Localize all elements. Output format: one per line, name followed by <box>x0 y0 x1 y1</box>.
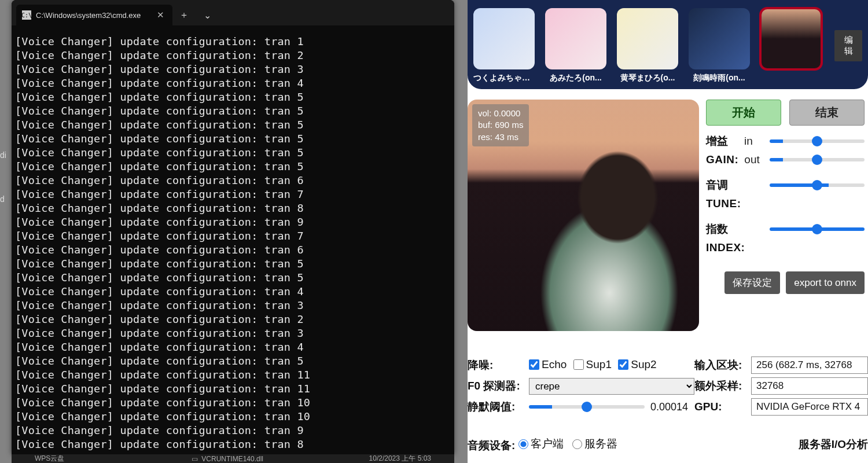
voice-selector-strip: つくよみちゃん... あみたろ(on... 黄琴まひろ(o... 刻鳴時雨(on… <box>468 0 868 89</box>
voice-label: あみたろ(on... <box>545 73 606 83</box>
gain-in-slider[interactable] <box>770 139 865 143</box>
taskbar-file[interactable]: ▭ VCRUNTIME140.dll <box>192 455 263 463</box>
voice-thumb <box>760 8 822 69</box>
new-tab-button[interactable]: ＋ <box>172 5 196 25</box>
client-radio[interactable]: 客户端 <box>518 436 564 451</box>
voice-label: つくよみちゃん... <box>473 73 535 83</box>
index-slider[interactable] <box>770 227 865 231</box>
tab-dropdown-icon[interactable]: ⌄ <box>196 5 219 25</box>
end-button[interactable]: 结束 <box>789 100 865 126</box>
chunk-select[interactable]: 256 (682.7 ms, 32768 <box>751 357 868 374</box>
close-tab-icon[interactable]: ✕ <box>155 10 167 20</box>
background-text: di d <box>0 116 6 238</box>
tune-label-en: TUNE: <box>706 197 741 210</box>
index-label-en: INDEX: <box>706 241 745 254</box>
voice-card-2[interactable]: 黄琴まひろ(o... <box>617 8 678 83</box>
denoise-label: 降噪: <box>468 358 524 373</box>
file-icon: ▭ <box>192 455 198 463</box>
tune-slider[interactable] <box>770 183 865 187</box>
io-analysis-header: 服务器I/O分析 <box>799 437 868 452</box>
audio-device-label: 音频设备: <box>468 439 515 451</box>
tune-label-cn: 音调 <box>706 178 738 193</box>
silence-threshold-slider[interactable] <box>529 405 645 409</box>
silence-label: 静默阈值: <box>468 399 524 414</box>
edit-button[interactable]: 编辑 <box>834 30 862 61</box>
windows-taskbar[interactable]: WPS云盘 ▭ VCRUNTIME140.dll 10/2/2023 上午 5:… <box>12 454 454 463</box>
voice-label: 刻鳴時雨(on... <box>689 73 750 83</box>
echo-checkbox[interactable]: Echo <box>529 358 567 371</box>
hud-res: res: 43 ms <box>478 131 523 143</box>
voice-label: 黄琴まひろ(o... <box>617 73 678 83</box>
sup1-checkbox[interactable]: Sup1 <box>573 358 612 371</box>
terminal-tab[interactable]: C:\ C:\Windows\system32\cmd.exe ✕ <box>16 5 172 25</box>
voice-thumb <box>689 8 750 69</box>
gain-label-en: GAIN: <box>706 153 738 166</box>
controls-panel: 开始 结束 增益 in GAIN: out 音调 TUNE: <box>706 100 868 331</box>
voice-thumb <box>545 8 606 69</box>
sup2-checkbox[interactable]: Sup2 <box>618 358 656 371</box>
terminal-window: C:\ C:\Windows\system32\cmd.exe ✕ ＋ ⌄ [V… <box>12 0 454 454</box>
gain-out-label: out <box>744 153 764 166</box>
export-onnx-button[interactable]: export to onnx <box>786 271 865 294</box>
voice-changer-panel: つくよみちゃん... あみたろ(on... 黄琴まひろ(o... 刻鳴時雨(on… <box>468 0 868 463</box>
gain-out-slider[interactable] <box>770 158 865 161</box>
taskbar-clock: 10/2/2023 上午 5:03 <box>369 454 431 463</box>
voice-card-3[interactable]: 刻鳴時雨(on... <box>689 8 750 83</box>
silence-value: 0.00014 <box>650 401 688 413</box>
voice-card-4-selected[interactable] <box>760 8 822 73</box>
extra-select[interactable]: 32768 <box>751 377 868 395</box>
chunk-label: 输入区块: <box>694 358 746 373</box>
gpu-label: GPU: <box>694 400 746 413</box>
server-radio[interactable]: 服务器 <box>572 436 617 451</box>
extra-label: 额外采样: <box>694 379 746 394</box>
f0-label: F0 探测器: <box>468 379 524 394</box>
portrait-preview: vol: 0.0000 buf: 690 ms res: 43 ms <box>468 100 699 331</box>
parameters-grid: 降噪: Echo Sup1 Sup2 输入区块: 256 (682.7 ms, … <box>468 331 868 453</box>
voice-thumb <box>617 8 678 69</box>
gain-label-cn: 增益 <box>706 134 738 149</box>
gpu-select[interactable]: NVIDIA GeForce RTX 4 <box>751 398 868 416</box>
voice-card-1[interactable]: あみたろ(on... <box>545 8 606 83</box>
hud-buf: buf: 690 ms <box>478 119 523 131</box>
save-settings-button[interactable]: 保存设定 <box>724 271 780 294</box>
gain-in-label: in <box>744 135 764 148</box>
performance-hud: vol: 0.0000 buf: 690 ms res: 43 ms <box>472 104 529 146</box>
f0-select[interactable]: crepe <box>529 378 694 395</box>
terminal-tab-title: C:\Windows\system32\cmd.exe <box>36 11 150 20</box>
terminal-titlebar[interactable]: C:\ C:\Windows\system32\cmd.exe ✕ ＋ ⌄ <box>12 0 454 25</box>
taskbar-app-wps[interactable]: WPS云盘 <box>35 454 64 463</box>
terminal-output[interactable]: [Voice Changer] update configuration: tr… <box>12 25 454 454</box>
start-button[interactable]: 开始 <box>706 100 781 126</box>
index-label-cn: 指数 <box>706 222 738 237</box>
voice-card-0[interactable]: つくよみちゃん... <box>473 8 535 83</box>
cmd-icon: C:\ <box>22 10 31 20</box>
hud-vol: vol: 0.0000 <box>478 108 523 119</box>
voice-thumb <box>473 8 535 69</box>
